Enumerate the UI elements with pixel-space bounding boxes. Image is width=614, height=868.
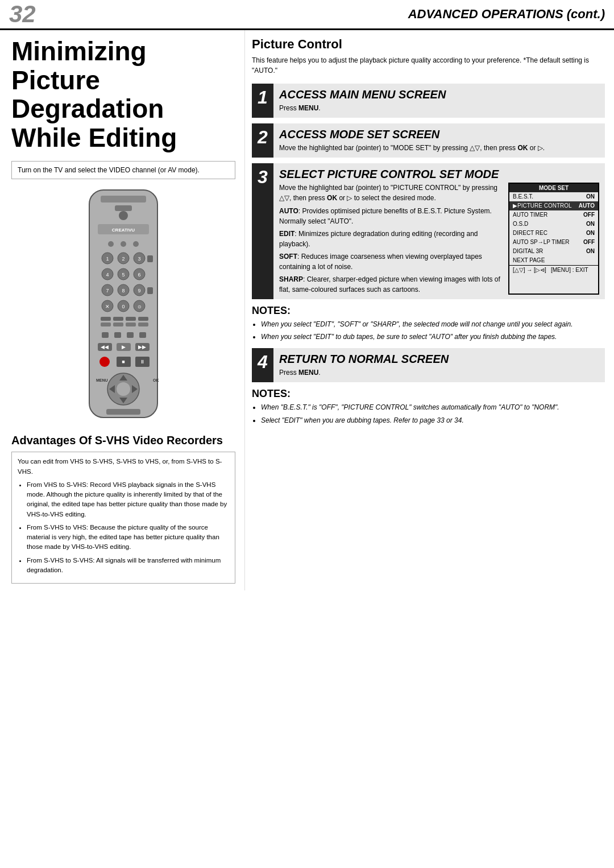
svg-rect-36	[113, 317, 123, 321]
step-2-number: 2	[252, 123, 273, 158]
notes-bottom-item: Select "EDIT" when you are dubbing tapes…	[261, 415, 605, 426]
mode-set-row-best: B.E.S.T. ON	[509, 192, 598, 201]
svg-rect-2	[115, 205, 132, 211]
page-title: Minimizing Picture Degradation While Edi…	[11, 37, 235, 152]
svg-text:0: 0	[122, 304, 125, 309]
notes-bottom: NOTES: When "B.E.S.T." is "OFF", "PICTUR…	[252, 388, 605, 425]
svg-rect-40	[113, 323, 123, 326]
svg-point-3	[119, 211, 128, 220]
step-4-desc: Press MENU.	[279, 367, 599, 378]
step-3-content: SELECT PICTURE CONTROL SET MODE Move the…	[273, 163, 605, 299]
svg-rect-45	[127, 332, 134, 338]
svg-text:OK: OK	[153, 378, 159, 382]
advantages-intro: You can edit from VHS to S-VHS, S-VHS to…	[18, 457, 229, 477]
header-title: ADVANCED OPERATIONS (cont.)	[408, 7, 605, 22]
svg-text:✕: ✕	[105, 304, 110, 309]
svg-text:◀◀: ◀◀	[101, 344, 109, 350]
step-2: 2 ACCESS MODE SET SCREEN Move the highli…	[252, 123, 605, 158]
step-2-heading: ACCESS MODE SET SCREEN	[279, 128, 599, 140]
step-4: 4 RETURN TO NORMAL SCREEN Press MENU.	[252, 348, 605, 382]
intro-box: Turn on the TV and select the VIDEO chan…	[11, 161, 235, 179]
remote-svg: CREATIVU 1 2 3 4 5 6	[67, 187, 180, 426]
notes-mid-item: When you select "EDIT", "SOFT" or "SHARP…	[261, 319, 605, 330]
svg-rect-46	[139, 332, 146, 338]
step-1: 1 ACCESS MAIN MENU SCREEN Press MENU.	[252, 84, 605, 118]
svg-text:⏸: ⏸	[140, 359, 145, 365]
mode-set-row-digital-3r: DIGITAL 3R ON	[509, 247, 598, 256]
step-4-heading: RETURN TO NORMAL SCREEN	[279, 353, 599, 365]
mode-set-row-auto-sp: AUTO SP→LP TIMER OFF	[509, 238, 598, 247]
svg-text:5: 5	[122, 272, 125, 278]
intro-text: Turn on the TV and select the VIDEO chan…	[18, 166, 200, 174]
svg-rect-43	[102, 332, 109, 338]
svg-text:▶: ▶	[122, 344, 126, 350]
step-2-content: ACCESS MODE SET SCREEN Move the highligh…	[273, 123, 605, 158]
step-2-desc: Move the highlighted bar (pointer) to "M…	[279, 143, 599, 153]
notes-mid: NOTES: When you select "EDIT", "SOFT" or…	[252, 305, 605, 342]
remote-image: CREATIVU 1 2 3 4 5 6	[11, 187, 235, 426]
svg-rect-35	[101, 317, 111, 321]
advantages-list: From VHS to S-VHS: Record VHS playback s…	[18, 480, 229, 575]
mode-set-row-auto-timer: AUTO TIMER OFF	[509, 210, 598, 220]
svg-rect-38	[138, 317, 148, 321]
svg-point-53	[99, 357, 110, 367]
step-3-soft: SOFT: Reduces image coarseness when view…	[279, 251, 503, 272]
svg-text:⊙: ⊙	[138, 304, 142, 309]
mode-set-row-direct-rec: DIRECT REC ON	[509, 229, 598, 238]
picture-control-desc: This feature helps you to adjust the pla…	[252, 55, 605, 76]
step-3-inner: Move the highlighted bar (pointer) to "P…	[279, 183, 599, 295]
svg-text:9: 9	[138, 288, 140, 294]
left-column: Minimizing Picture Degradation While Edi…	[0, 30, 244, 590]
svg-point-7	[121, 241, 126, 247]
svg-rect-44	[114, 332, 121, 338]
step-3-text: Move the highlighted bar (pointer) to "P…	[279, 183, 503, 295]
svg-point-8	[133, 241, 139, 247]
notes-mid-title: NOTES:	[252, 305, 605, 317]
svg-text:8: 8	[122, 288, 125, 294]
step-4-content: RETURN TO NORMAL SCREEN Press MENU.	[273, 348, 605, 382]
svg-text:1: 1	[106, 256, 109, 262]
svg-rect-41	[126, 323, 136, 326]
notes-bottom-title: NOTES:	[252, 388, 605, 400]
page-number: 32	[0, 2, 36, 26]
step-3-sharp: SHARP: Clearer, sharper-edged picture wh…	[279, 274, 503, 295]
svg-text:MENU: MENU	[96, 378, 108, 382]
step-1-content: ACCESS MAIN MENU SCREEN Press MENU.	[273, 84, 605, 118]
svg-point-60	[117, 382, 130, 396]
svg-text:3: 3	[138, 256, 140, 262]
svg-text:4: 4	[106, 272, 109, 278]
main-content: Minimizing Picture Degradation While Edi…	[0, 30, 614, 590]
step-4-number: 4	[252, 348, 273, 382]
svg-rect-66	[106, 409, 140, 415]
svg-text:7: 7	[106, 288, 109, 294]
svg-text:2: 2	[122, 256, 125, 262]
svg-rect-37	[126, 317, 136, 321]
svg-rect-1	[101, 196, 146, 202]
mode-set-row-picture-control: ▶PICTURE CONTROL AUTO	[509, 201, 598, 210]
svg-rect-39	[101, 323, 111, 326]
notes-mid-list: When you select "EDIT", "SOFT" or "SHARP…	[252, 319, 605, 342]
step-3: 3 SELECT PICTURE CONTROL SET MODE Move t…	[252, 163, 605, 299]
mode-set-row-osd: O.S.D ON	[509, 220, 598, 229]
svg-rect-42	[138, 323, 148, 326]
advantages-list-item: From VHS to S-VHS: Record VHS playback s…	[27, 480, 229, 519]
mode-set-row-next-page: NEXT PAGE	[509, 256, 598, 265]
mode-set-table: MODE SET B.E.S.T. ON ▶PICTURE CONTROL AU…	[508, 183, 599, 295]
svg-text:■: ■	[122, 359, 125, 365]
step-3-number: 3	[252, 163, 273, 299]
svg-rect-15	[147, 255, 153, 262]
step-1-desc: Press MENU.	[279, 103, 599, 113]
advantages-box: You can edit from VHS to S-VHS, S-VHS to…	[11, 452, 235, 584]
page-header: 32 ADVANCED OPERATIONS (cont.)	[0, 0, 614, 30]
step-3-pre-desc: Move the highlighted bar (pointer) to "P…	[279, 183, 503, 203]
step-1-heading: ACCESS MAIN MENU SCREEN	[279, 88, 599, 101]
right-column: Picture Control This feature helps you t…	[244, 30, 614, 590]
picture-control-title: Picture Control	[252, 37, 605, 52]
step-3-heading: SELECT PICTURE CONTROL SET MODE	[279, 168, 599, 180]
advantages-list-item: From S-VHS to S-VHS: All signals will be…	[27, 556, 229, 576]
mode-set-footer: [△▽] → [▷⊲] [MENU] : EXIT	[509, 265, 598, 274]
svg-text:6: 6	[138, 272, 140, 278]
mode-set-header: MODE SET	[509, 184, 598, 192]
svg-rect-28	[147, 287, 153, 294]
notes-bottom-list: When "B.E.S.T." is "OFF", "PICTURE CONTR…	[252, 402, 605, 425]
